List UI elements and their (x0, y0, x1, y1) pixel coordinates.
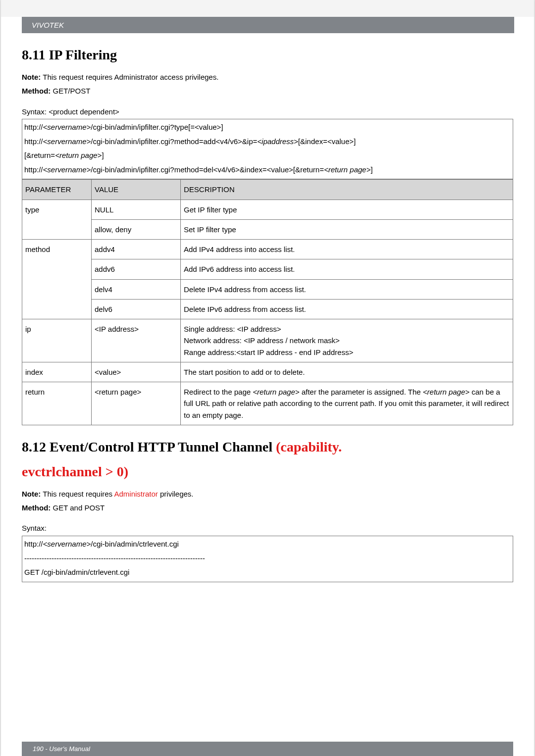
section-812-subtitle: evctrlchannel > 0) (22, 464, 513, 480)
note-label: Note: (22, 490, 41, 498)
section-812-title-red: (capability. (276, 439, 342, 454)
cell-p: method (22, 240, 92, 319)
cell-d: Add IPv4 address into access list. (181, 240, 513, 259)
syntax-line-2: http://<servername>/cgi-bin/admin/ipfilt… (24, 165, 373, 174)
cell-v: <value> (92, 362, 181, 382)
section-811-title: 8.11 IP Filtering (22, 47, 513, 63)
parameter-table: PARAMETER VALUE DESCRIPTION type NULL Ge… (22, 179, 513, 425)
cell-v: <return page> (92, 382, 181, 425)
syntax-line-1: http://<servername>/cgi-bin/admin/ipfilt… (24, 137, 356, 160)
syntax2-label: Syntax: (22, 523, 513, 534)
note-admin: Administrator (114, 490, 158, 498)
method-text: GET and POST (51, 504, 105, 512)
cell-v: delv6 (92, 299, 181, 319)
syntax2-table: http://<servername>/cgi-bin/admin/ctrlev… (22, 536, 513, 582)
section-811-method: Method: GET/POST (22, 86, 513, 97)
cell-d: Single address: <IP address> Network add… (181, 319, 513, 362)
page-footer: 190 - User's Manual (22, 742, 513, 756)
syntax2-cell: http://<servername>/cgi-bin/admin/ctrlev… (22, 536, 513, 582)
syntax2-line-0: http://<servername>/cgi-bin/admin/ctrlev… (24, 540, 179, 548)
cell-d: Delete IPv4 address from access list. (181, 279, 513, 299)
cell-p: index (22, 362, 92, 382)
note-label: Note: (22, 73, 41, 81)
cell-v: <IP address> (92, 319, 181, 362)
syntax-table: http://<servername>/cgi-bin/admin/ipfilt… (22, 119, 513, 179)
cell-d: Redirect to the page <return page> after… (181, 382, 513, 425)
cell-d: The start position to add or to delete. (181, 362, 513, 382)
param-header-2: DESCRIPTION (181, 180, 513, 200)
cell-d: Set IP filter type (181, 219, 513, 239)
section-812-title-black: 8.12 Event/Control HTTP Tunnel Channel (22, 439, 276, 454)
method-label: Method: (22, 504, 51, 512)
cell-p: type (22, 200, 92, 240)
cell-p: ip (22, 319, 92, 362)
method-text: GET/POST (51, 87, 90, 95)
section-811-note: Note: This request requires Administrato… (22, 72, 513, 83)
cell-d: Add IPv6 address into access list. (181, 259, 513, 279)
syntax-line-0: http://<servername>/cgi-bin/admin/ipfilt… (24, 123, 223, 131)
cell-v: allow, deny (92, 219, 181, 239)
cell-d: Get IP filter type (181, 200, 513, 219)
section-812-title: 8.12 Event/Control HTTP Tunnel Channel (… (22, 439, 513, 455)
note-text: This request requires Administrator acce… (41, 73, 218, 81)
cell-v: addv4 (92, 240, 181, 259)
param-header-1: VALUE (92, 180, 181, 200)
note-pre: This request requires (41, 490, 114, 498)
cell-v: delv4 (92, 279, 181, 299)
syntax2-line-1: ----------------------------------------… (24, 554, 205, 562)
section-812-note: Note: This request requires Administrato… (22, 489, 513, 500)
cell-v: addv6 (92, 259, 181, 279)
section-812-method: Method: GET and POST (22, 503, 513, 513)
cell-p: return (22, 382, 92, 425)
cell-v: NULL (92, 200, 181, 219)
cell-d: Delete IPv6 address from access list. (181, 299, 513, 319)
brand-header: VIVOTEK (22, 17, 514, 33)
syntax2-line-2: GET /cgi-bin/admin/ctrlevent.cgi (24, 568, 129, 576)
method-label: Method: (22, 87, 51, 95)
syntax-cell: http://<servername>/cgi-bin/admin/ipfilt… (22, 119, 513, 179)
syntax-intro: Syntax: <product dependent> (22, 106, 513, 117)
note-post: privileges. (158, 490, 194, 498)
param-header-0: PARAMETER (22, 180, 92, 200)
